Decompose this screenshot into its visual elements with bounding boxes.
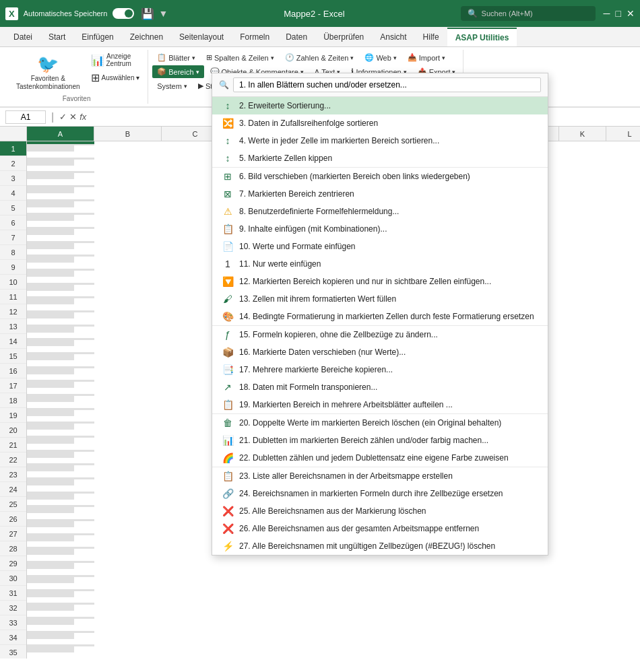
row-number-15[interactable]: 15 bbox=[0, 349, 26, 364]
col-header-a[interactable]: A bbox=[27, 127, 94, 141]
tab-zeichnen[interactable]: Zeichnen bbox=[122, 28, 171, 46]
dropdown-item-text-14: 14. Bedingte Formatierung in markierten … bbox=[239, 312, 540, 321]
dropdown-item-10[interactable]: 📄10. Werte und Formate einfügen bbox=[212, 238, 548, 255]
dropdown-item-15[interactable]: ƒ15. Formeln kopieren, ohne die Zellbezü… bbox=[212, 326, 548, 343]
tab-daten[interactable]: Daten bbox=[278, 28, 315, 46]
undo-icon: ▼ bbox=[158, 8, 168, 19]
anzeige-zentrum-btn[interactable]: 📊 AnzeigeZentrum bbox=[88, 51, 143, 69]
dropdown-item-22[interactable]: 🌈22. Dubletten zählen und jedem Dublette… bbox=[212, 449, 548, 467]
dropdown-item-7[interactable]: ⊠7. Markierten Bereich zentrieren bbox=[212, 185, 548, 203]
row-number-35[interactable]: 35 bbox=[0, 645, 26, 659]
import-btn[interactable]: 📥Import ▾ bbox=[403, 51, 450, 64]
close-btn[interactable]: ✕ bbox=[627, 8, 635, 19]
dropdown-item-18[interactable]: ↗18. Daten mit Formeln transponieren... bbox=[212, 378, 548, 396]
title-bar: X Automatisches Speichern 💾 ▼ Mappe2 - E… bbox=[0, 0, 640, 27]
row-number-22[interactable]: 22 bbox=[0, 452, 26, 467]
dropdown-item-19[interactable]: 📋19. Markierten Bereich in mehrere Arbei… bbox=[212, 396, 548, 413]
row-number-26[interactable]: 26 bbox=[0, 512, 26, 527]
tab-ueberpruefen[interactable]: Überprüfen bbox=[315, 28, 372, 46]
row-number-25[interactable]: 25 bbox=[0, 497, 26, 512]
dropdown-item-2[interactable]: ↕2. Erweiterte Sortierung... bbox=[212, 97, 548, 114]
spalten-zeilen-btn[interactable]: ⊞Spalten & Zeilen ▾ bbox=[201, 51, 279, 64]
row-number-8[interactable]: 8 bbox=[0, 245, 26, 260]
formula-check-icon[interactable]: ✓ bbox=[59, 112, 67, 122]
dropdown-item-23[interactable]: 📋23. Liste aller Bereichsnamen in der Ar… bbox=[212, 467, 548, 485]
autosave-toggle[interactable] bbox=[113, 8, 134, 19]
auswaehlen-btn[interactable]: ⊞ Auswählen ▾ bbox=[88, 70, 143, 86]
tab-ansicht[interactable]: Ansicht bbox=[372, 28, 414, 46]
col-header-b[interactable]: B bbox=[94, 127, 162, 141]
search-bar[interactable]: 🔍 Suchen (Alt+M) bbox=[461, 6, 596, 21]
blaetter-btn[interactable]: 📋Blätter ▾ bbox=[152, 51, 200, 64]
tab-datei[interactable]: Datei bbox=[5, 28, 40, 46]
tab-hilfe[interactable]: Hilfe bbox=[415, 28, 447, 46]
row-number-9[interactable]: 9 bbox=[0, 260, 26, 275]
row-number-21[interactable]: 21 bbox=[0, 438, 26, 452]
dropdown-item-20[interactable]: 🗑20. Doppelte Werte im markierten Bereic… bbox=[212, 414, 548, 432]
col-header-k[interactable]: K bbox=[559, 127, 606, 141]
system-btn[interactable]: System ▾ bbox=[152, 79, 192, 92]
dropdown-item-11[interactable]: 111. Nur werte einfügen bbox=[212, 255, 548, 273]
row-number-1[interactable]: 1 bbox=[0, 141, 26, 156]
dropdown-item-6[interactable]: ⊞6. Bild verschieben (markierten Bereich… bbox=[212, 168, 548, 185]
dropdown-item-17[interactable]: 📑17. Mehrere markierte Bereiche kopieren… bbox=[212, 361, 548, 378]
row-number-23[interactable]: 23 bbox=[0, 467, 26, 482]
dropdown-item-13[interactable]: 🖌13. Zellen mit ihrem formatierten Wert … bbox=[212, 290, 548, 308]
dropdown-item-5[interactable]: ↕5. Markierte Zellen kippen bbox=[212, 149, 548, 167]
row-number-13[interactable]: 13 bbox=[0, 319, 26, 334]
row-number-18[interactable]: 18 bbox=[0, 393, 26, 408]
tab-formeln[interactable]: Formeln bbox=[232, 28, 278, 46]
row-number-24[interactable]: 24 bbox=[0, 482, 26, 497]
row-number-5[interactable]: 5 bbox=[0, 201, 26, 215]
dropdown-item-3[interactable]: 🔀3. Daten in Zufallsreihenfolge sortiere… bbox=[212, 114, 548, 132]
row-number-10[interactable]: 10 bbox=[0, 275, 26, 290]
tab-asap-utilities[interactable]: ASAP Utilities bbox=[447, 28, 517, 46]
row-number-27[interactable]: 27 bbox=[0, 527, 26, 541]
maximize-btn[interactable]: □ bbox=[616, 8, 621, 19]
row-number-33[interactable]: 33 bbox=[0, 615, 26, 630]
row-number-3[interactable]: 3 bbox=[0, 171, 26, 186]
dropdown-item-27[interactable]: ⚡27. Alle Bereichsnamen mit ungültigen Z… bbox=[212, 537, 548, 555]
dropdown-item-9[interactable]: 📋9. Inhalte einfügen (mit Kombinationen)… bbox=[212, 220, 548, 238]
dropdown-item-14[interactable]: 🎨14. Bedingte Formatierung in markierten… bbox=[212, 308, 548, 325]
dropdown-item-25[interactable]: ❌25. Alle Bereichsnamen aus der Markieru… bbox=[212, 502, 548, 520]
favorites-btn[interactable]: 🐦 Favoriten &Tastenkombinationen bbox=[11, 51, 86, 94]
row-number-31[interactable]: 31 bbox=[0, 586, 26, 601]
row-number-17[interactable]: 17 bbox=[0, 378, 26, 393]
row-number-30[interactable]: 30 bbox=[0, 571, 26, 586]
row-number-34[interactable]: 34 bbox=[0, 630, 26, 645]
name-box[interactable] bbox=[5, 110, 46, 124]
row-number-16[interactable]: 16 bbox=[0, 364, 26, 378]
row-number-28[interactable]: 28 bbox=[0, 541, 26, 556]
dropdown-item-12[interactable]: 🔽12. Markierten Bereich kopieren und nur… bbox=[212, 273, 548, 290]
dropdown-item-21[interactable]: 📊21. Dubletten im markierten Bereich zäh… bbox=[212, 432, 548, 449]
dropdown-search-input[interactable] bbox=[233, 77, 541, 92]
save-icon[interactable]: 💾 bbox=[141, 7, 154, 20]
row-number-14[interactable]: 14 bbox=[0, 334, 26, 349]
bereich-btn[interactable]: 📦Bereich ▾ bbox=[152, 65, 203, 78]
dropdown-item-8[interactable]: ⚠8. Benutzerdefinierte Formelfehlermeldu… bbox=[212, 203, 548, 220]
dropdown-item-16[interactable]: 📦16. Markierte Daten verschieben (nur We… bbox=[212, 343, 548, 361]
row-number-7[interactable]: 7 bbox=[0, 230, 26, 245]
row-number-19[interactable]: 19 bbox=[0, 408, 26, 423]
row-number-12[interactable]: 12 bbox=[0, 304, 26, 319]
tab-start[interactable]: Start bbox=[40, 28, 73, 46]
web-btn[interactable]: 🌐Web ▾ bbox=[360, 51, 401, 64]
formula-cancel-icon[interactable]: ✕ bbox=[69, 112, 77, 122]
dropdown-item-4[interactable]: ↕4. Werte in jeder Zelle im markierten B… bbox=[212, 132, 548, 149]
col-header-l[interactable]: L bbox=[606, 127, 640, 141]
zahlen-zeiten-btn[interactable]: 🕐Zahlen & Zeiten ▾ bbox=[280, 51, 359, 64]
tab-seitenlayout[interactable]: Seitenlayout bbox=[171, 28, 232, 46]
tab-einfuegen[interactable]: Einfügen bbox=[73, 28, 121, 46]
row-number-32[interactable]: 32 bbox=[0, 601, 26, 615]
dropdown-item-26[interactable]: ❌26. Alle Bereichsnamen aus der gesamten… bbox=[212, 520, 548, 537]
row-number-29[interactable]: 29 bbox=[0, 556, 26, 571]
minimize-btn[interactable]: ─ bbox=[604, 8, 610, 19]
row-number-2[interactable]: 2 bbox=[0, 156, 26, 171]
row-number-11[interactable]: 11 bbox=[0, 290, 26, 304]
row-number-20[interactable]: 20 bbox=[0, 423, 26, 438]
row-number-6[interactable]: 6 bbox=[0, 215, 26, 230]
row-number-4[interactable]: 4 bbox=[0, 186, 26, 201]
dropdown-item-24[interactable]: 🔗24. Bereichsnamen in markierten Formeln… bbox=[212, 485, 548, 502]
formula-fx-icon[interactable]: fx bbox=[79, 112, 86, 122]
